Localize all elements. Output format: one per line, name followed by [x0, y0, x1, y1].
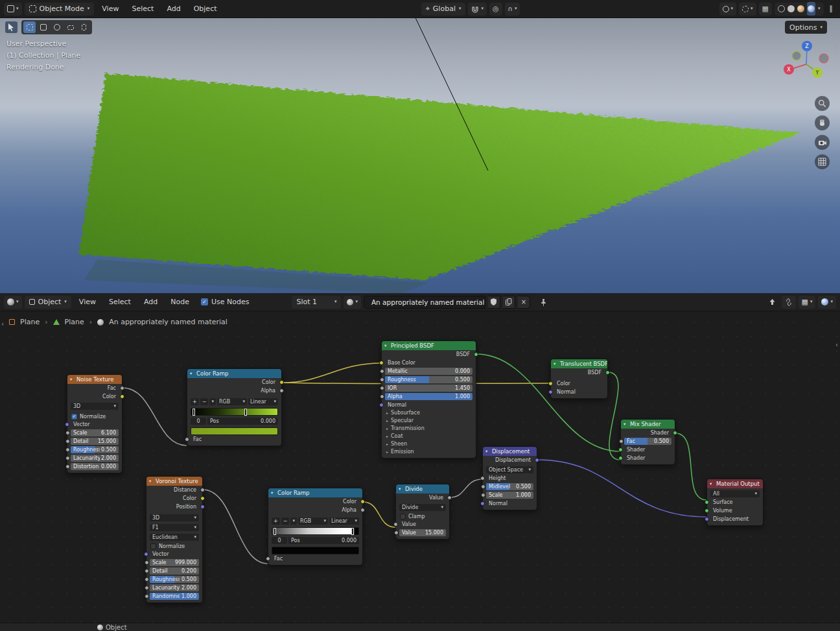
stop-index-field[interactable]: 0 [272, 537, 287, 544]
select-tweak-tool[interactable] [37, 21, 49, 33]
color-output-socket[interactable] [360, 499, 365, 504]
collapse-icon[interactable]: ▾ [190, 369, 192, 378]
pan-button[interactable] [815, 115, 830, 130]
roughness-input-socket[interactable] [65, 447, 70, 452]
normalize-checkbox[interactable]: ✓Normalize [67, 412, 122, 420]
scale-input-socket[interactable] [481, 493, 485, 497]
breadcrumb-collapse-icon[interactable]: ‹ [1, 320, 4, 327]
sidebar-toggle-icon[interactable]: ‹ [835, 341, 838, 348]
position-output-socket[interactable] [200, 505, 205, 509]
node-snap-button[interactable] [782, 296, 796, 309]
collapse-icon[interactable]: ▾ [554, 359, 555, 368]
base-color-input-socket[interactable] [379, 361, 384, 365]
stop-color-swatch[interactable] [191, 427, 278, 435]
viewport-3d[interactable]: User Perspective (1) Collection | Plane … [0, 18, 840, 293]
ramp-options-button[interactable]: ▾ [209, 398, 216, 405]
value-output-socket[interactable] [447, 495, 452, 500]
operation-dropdown[interactable]: Divide▾ [399, 504, 446, 511]
zoom-button[interactable] [815, 96, 830, 111]
section-specular[interactable]: ▸Specular [382, 417, 476, 425]
solid-shading-icon[interactable] [788, 5, 795, 12]
color-output-socket[interactable] [279, 380, 284, 385]
volume-input-socket[interactable] [705, 508, 709, 513]
material-shading-icon[interactable] [797, 5, 804, 12]
roughness-slider[interactable]: Roughness0.500 [150, 576, 199, 583]
add-stop-button[interactable]: + [191, 398, 199, 405]
normal-input-socket[interactable] [548, 390, 553, 394]
distance-metric-dropdown[interactable]: Euclidean▾ [150, 534, 199, 541]
node-principled-bsdf[interactable]: ▾Principled BSDF BSDF Base Color Metalli… [381, 340, 476, 458]
node-header[interactable]: ▾Noise Texture [67, 375, 122, 384]
roughness-slider[interactable]: Roughness0.500 [385, 376, 472, 383]
scale-slider[interactable]: Scale6.100 [71, 429, 119, 436]
metallic-slider[interactable]: Metallic0.000 [385, 368, 472, 375]
ior-input-socket[interactable] [380, 386, 384, 390]
slot-dropdown[interactable]: Slot 1 ▾ [292, 296, 341, 309]
stop-color-swatch[interactable] [272, 547, 359, 554]
show-gizmo-button[interactable]: ▾ [719, 3, 737, 16]
collapse-icon[interactable]: ▾ [271, 488, 273, 497]
normalize-checkbox[interactable]: Normalize [146, 542, 202, 550]
collapse-icon[interactable]: ▾ [399, 484, 401, 494]
add-stop-button[interactable]: + [272, 518, 280, 525]
node-editor-canvas[interactable]: ‹ Plane › Plane › An appropriately named… [0, 311, 840, 623]
viewport-render[interactable] [0, 18, 840, 293]
interpolation-dropdown[interactable]: Linear▾ [329, 518, 359, 525]
remove-stop-button[interactable]: − [200, 398, 209, 405]
go-parent-node-button[interactable] [765, 296, 779, 309]
collapse-icon[interactable]: ▾ [149, 477, 151, 486]
menu-view-shader[interactable]: View [74, 296, 101, 308]
section-coat[interactable]: ▸Coat [382, 433, 476, 440]
node-header[interactable]: ▾Color Ramp [187, 369, 281, 378]
pause-render-button[interactable]: ∥ [826, 3, 837, 16]
menu-view[interactable]: View [97, 3, 124, 15]
alpha-slider[interactable]: Alpha1.000 [385, 393, 472, 400]
active-tool-button[interactable] [5, 21, 18, 33]
copy-material-button[interactable] [503, 296, 515, 309]
node-header[interactable]: ▾Displacement [483, 447, 537, 456]
distortion-slider[interactable]: Distortion0.000 [71, 463, 119, 470]
ior-slider[interactable]: IOR1.450 [385, 385, 472, 392]
detail-input-socket[interactable] [145, 569, 149, 573]
interpolation-dropdown[interactable]: Linear▾ [248, 398, 278, 405]
height-input-socket[interactable] [480, 476, 485, 481]
node-color-ramp-2[interactable]: ▾Color Ramp Color Alpha + − ▾ RGB▾ Linea… [268, 488, 363, 566]
ramp-gradient[interactable] [191, 408, 278, 416]
shader-output-socket[interactable] [673, 431, 677, 435]
browse-material-button[interactable]: ▾ [344, 296, 361, 309]
navigation-gizmo[interactable]: Z X Y [783, 39, 835, 89]
node-translucent-bsdf[interactable]: ▾Translucent BSDF BSDF Color Normal [550, 359, 608, 399]
transform-orientation-dropdown[interactable]: ⌖ Global ▾ [421, 3, 466, 16]
collapse-icon[interactable]: ▾ [710, 479, 712, 488]
material-name-field[interactable]: An appropriately named material [364, 296, 485, 309]
overlays-button[interactable]: ▾ [739, 3, 756, 16]
randomness-input-socket[interactable] [145, 594, 149, 599]
normal-input-socket[interactable] [379, 403, 384, 407]
randomness-slider[interactable]: Randomness1.000 [150, 593, 199, 600]
remove-stop-button[interactable]: − [281, 518, 290, 525]
breadcrumb-material[interactable]: An appropriately named material [109, 318, 228, 326]
color-input-socket[interactable] [548, 381, 553, 386]
stop-position-field[interactable]: Pos0.000 [207, 418, 278, 425]
alpha-input-socket[interactable] [380, 394, 384, 399]
proportional-falloff-button[interactable]: ∩ ▾ [505, 3, 520, 16]
value-slider[interactable]: Value15.000 [399, 529, 446, 536]
lacunarity-input-socket[interactable] [145, 586, 149, 590]
lacunarity-slider[interactable]: Lacunarity2.000 [71, 455, 119, 462]
displac-input-socket[interactable] [705, 517, 709, 521]
menu-select[interactable]: Select [126, 3, 159, 15]
ramp-stop-handle[interactable] [244, 409, 247, 416]
color-mode-dropdown[interactable]: RGB▾ [217, 398, 247, 405]
section-transmission[interactable]: ▸Transmission [382, 425, 476, 433]
orthographic-toggle-button[interactable] [815, 154, 830, 169]
editor-type-button[interactable]: ▾ [4, 3, 22, 16]
node-header[interactable]: ▾Voronoi Texture [146, 477, 202, 486]
proportional-edit-button[interactable]: ◎ [489, 3, 502, 16]
normal-input-socket[interactable] [480, 501, 485, 506]
alpha-output-socket[interactable] [279, 388, 284, 393]
options-button[interactable]: Options ▾ [785, 21, 827, 34]
target-dropdown[interactable]: All▾ [710, 490, 760, 497]
feature-dropdown[interactable]: F1▾ [150, 524, 199, 531]
collapse-icon[interactable]: ▾ [624, 420, 625, 429]
select-box-tool[interactable] [23, 21, 36, 33]
